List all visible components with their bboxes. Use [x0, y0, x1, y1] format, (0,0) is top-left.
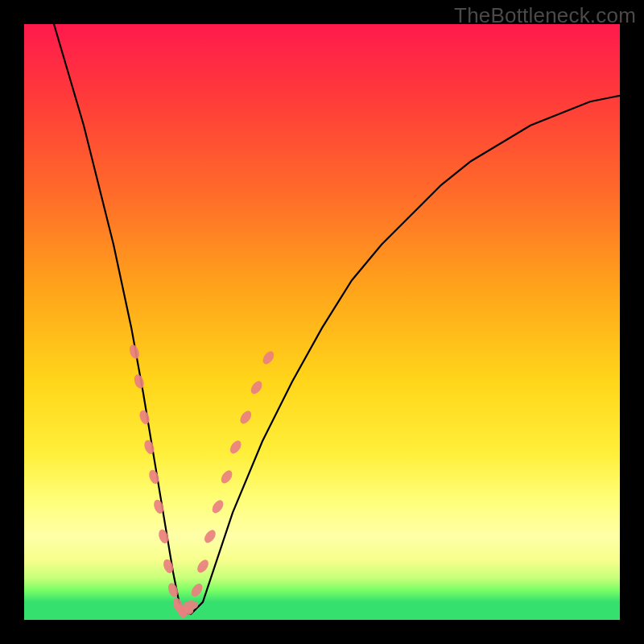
watermark-label: TheBottleneck.com: [454, 3, 636, 28]
highlight-dot: [133, 374, 146, 390]
highlight-dots-group: [128, 344, 276, 620]
highlight-dot: [249, 379, 264, 396]
curve-path-group: [54, 24, 620, 614]
bottleneck-curve: [54, 24, 620, 614]
highlight-dot: [184, 601, 198, 609]
highlight-dot: [189, 581, 204, 598]
highlight-dot: [202, 528, 217, 545]
chart-frame: TheBottleneck.com: [0, 0, 644, 644]
highlight-dot: [138, 409, 151, 426]
chart-plot-area: [24, 24, 620, 620]
highlight-dot: [261, 349, 276, 366]
chart-svg: [24, 24, 620, 620]
highlight-dot: [228, 439, 243, 456]
highlight-dot: [210, 498, 225, 515]
highlight-dot: [195, 558, 210, 575]
highlight-dot: [219, 469, 234, 485]
highlight-dot: [238, 409, 254, 426]
highlight-dot: [128, 344, 141, 361]
